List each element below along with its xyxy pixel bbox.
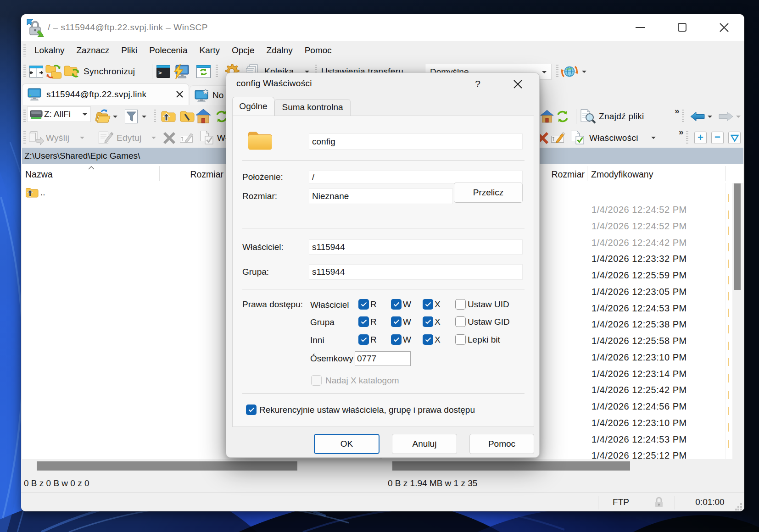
modified-time[interactable]: 1/4/2026 12:24:42 PM [592, 234, 729, 251]
remote-properties-button[interactable]: Właściwości [589, 128, 638, 148]
properties-check-icon[interactable] [570, 130, 586, 145]
toolbar3-grip[interactable] [23, 131, 26, 145]
session-tab-close-button[interactable] [173, 88, 186, 100]
menu-item-pomoc[interactable]: Pomoc [299, 41, 338, 60]
extra-checkbox-ustaw-gid[interactable] [455, 316, 466, 327]
ok-button[interactable]: OK [314, 434, 380, 454]
menu-item-polecenia[interactable]: Polecenia [143, 41, 193, 60]
find-files-icon[interactable] [580, 109, 596, 124]
extra-checkbox-lepki-bit[interactable] [455, 334, 466, 345]
edit-icon[interactable] [98, 131, 113, 145]
home-icon[interactable] [195, 109, 211, 124]
modified-time[interactable]: 1/4/2026 12:24:52 PM [592, 201, 729, 218]
modified-time[interactable]: 1/4/2026 12:23:05 PM [592, 283, 729, 300]
invert-selection-button[interactable] [728, 132, 741, 144]
help-button[interactable]: Pomoc [469, 434, 534, 454]
modified-time[interactable]: 1/4/2026 12:23:14 PM [592, 366, 729, 382]
overflow-icon[interactable]: » [679, 127, 684, 137]
sync-folders-icon[interactable] [45, 63, 62, 80]
minimize-button[interactable] [626, 14, 654, 40]
computer-bolt-icon[interactable] [173, 63, 190, 80]
toolbar1-grip2[interactable] [216, 65, 218, 78]
perm-checkbox-inni-x[interactable] [423, 334, 433, 345]
remove-bookmark-button[interactable]: − [711, 132, 724, 144]
toolbar1-grip[interactable] [23, 65, 26, 78]
rename-icon[interactable] [551, 132, 567, 144]
toolbar2-grip3[interactable] [682, 110, 684, 123]
perm-checkbox-inni-r[interactable] [358, 334, 369, 345]
toolbar3-grip2[interactable] [686, 131, 688, 145]
filter-icon[interactable] [124, 109, 139, 124]
folder-root-icon[interactable] [179, 110, 195, 123]
folder-up-icon[interactable] [161, 110, 176, 123]
dialog-help-button[interactable]: ? [468, 75, 488, 93]
size-field[interactable]: Nieznane [309, 188, 453, 204]
edit-button[interactable]: Edytuj [117, 128, 142, 148]
protocol-cell[interactable]: FTP [598, 493, 644, 511]
dialog-tab-general[interactable]: Ogólne [232, 97, 274, 116]
globe-sync-icon[interactable] [561, 63, 578, 80]
vertical-scrollbar-thumb[interactable] [734, 183, 741, 290]
modified-time[interactable]: 1/4/2026 12:24:56 PM [592, 398, 729, 415]
menu-item-pliki[interactable]: Pliki [115, 41, 143, 60]
menu-item-opcje[interactable]: Opcje [226, 41, 261, 60]
group-field[interactable]: s115944 [309, 264, 523, 280]
modified-time[interactable]: 1/4/2026 12:24:53 PM [592, 300, 729, 316]
calculate-button[interactable]: Przelicz [454, 183, 523, 203]
modified-time[interactable]: 1/4/2026 12:23:32 PM [592, 250, 729, 267]
modified-time[interactable]: 1/4/2026 12:23:10 PM [592, 415, 729, 431]
extra-checkbox-ustaw-uid[interactable] [455, 299, 466, 310]
rename-icon[interactable] [179, 132, 196, 144]
drive-combo[interactable]: Z: AllFi [27, 106, 91, 122]
globe-sync-dropdown-icon[interactable] [582, 71, 586, 73]
terminal-icon[interactable]: > [156, 65, 171, 78]
cancel-button[interactable]: Anuluj [392, 434, 457, 454]
overflow-icon[interactable]: » [675, 106, 680, 116]
open-directory-dropdown-icon[interactable] [113, 116, 117, 118]
modified-time[interactable]: 1/4/2026 12:25:59 PM [592, 267, 729, 283]
edit-dropdown-icon[interactable] [151, 137, 156, 139]
remote-horizontal-scrollbar[interactable] [382, 459, 743, 474]
adddir-checkbox[interactable] [311, 375, 322, 386]
remote-scrollbar-thumb[interactable] [392, 461, 630, 471]
resize-grip[interactable] [735, 503, 742, 510]
maximize-button[interactable] [668, 14, 696, 40]
modified-time[interactable]: 1/4/2026 12:25:42 PM [592, 382, 729, 398]
send-button[interactable]: Wyślij [46, 128, 69, 148]
modified-time[interactable]: 1/4/2026 12:24:53 PM [592, 431, 729, 448]
folder-open-icon[interactable] [95, 109, 111, 124]
back-dropdown-icon[interactable] [708, 116, 712, 118]
lock-icon[interactable] [654, 497, 664, 508]
forward-arrow-icon[interactable] [719, 111, 733, 122]
local-scrollbar-thumb[interactable] [37, 461, 297, 471]
session-time-cell[interactable]: 0:01:00 [675, 493, 744, 511]
local-horizontal-scrollbar[interactable] [22, 459, 380, 474]
column-header-name[interactable]: Nazwa [25, 164, 53, 183]
perm-checkbox-właściciel-x[interactable] [423, 299, 433, 310]
dialog-close-button[interactable] [508, 75, 528, 93]
refresh-icon[interactable] [555, 109, 570, 124]
filter-dropdown-icon[interactable] [142, 116, 146, 118]
modified-time[interactable]: 1/4/2026 12:25:38 PM [592, 316, 729, 332]
menu-item-lokalny[interactable]: Lokalny [28, 41, 71, 60]
perm-checkbox-grupa-x[interactable] [423, 316, 433, 327]
octal-field[interactable]: 0777 [355, 351, 411, 366]
column-header-size[interactable]: Rozmiar [539, 164, 585, 183]
perm-checkbox-grupa-w[interactable] [391, 316, 402, 327]
column-separator[interactable] [725, 166, 726, 181]
close-button[interactable] [710, 14, 738, 40]
toolbar2-grip2[interactable] [154, 110, 156, 123]
menu-item-zdalny[interactable]: Zdalny [261, 41, 299, 60]
synchronize-button[interactable]: Synchronizuj [84, 60, 135, 83]
add-bookmark-button[interactable]: + [694, 132, 707, 144]
vertical-scrollbar[interactable] [732, 183, 742, 459]
properties-check-icon[interactable] [199, 130, 215, 145]
perm-checkbox-właściciel-r[interactable] [358, 299, 369, 310]
perm-checkbox-grupa-r[interactable] [358, 316, 369, 327]
perm-checkbox-inni-w[interactable] [391, 334, 402, 345]
back-arrow-icon[interactable] [690, 111, 705, 122]
column-header-size[interactable]: Rozmiar [159, 164, 223, 183]
panel-refresh-icon[interactable] [196, 64, 211, 79]
recursive-checkbox[interactable] [246, 405, 257, 415]
modified-time[interactable]: 1/4/2026 12:25:12 PM [592, 447, 729, 459]
